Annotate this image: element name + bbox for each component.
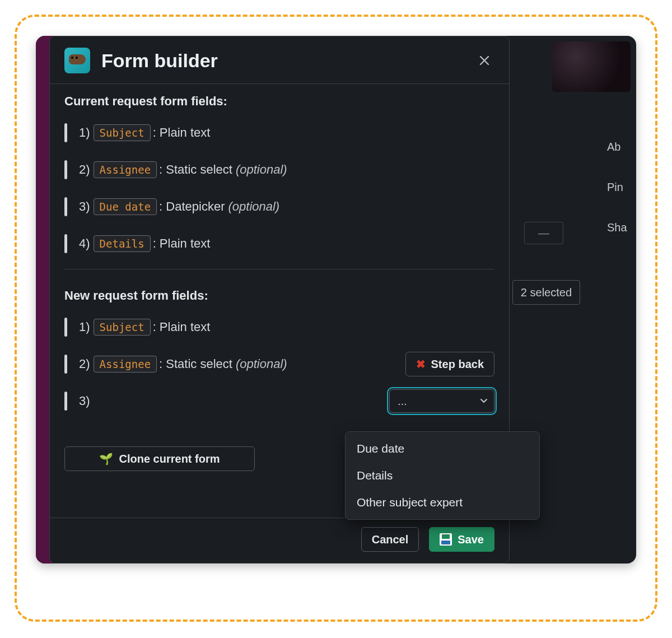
floppy-icon bbox=[440, 533, 452, 546]
field-index: 3) bbox=[79, 394, 90, 408]
field-optional: (optional) bbox=[236, 357, 287, 371]
new-fields-heading: New request form fields: bbox=[64, 288, 494, 303]
side-panel-about[interactable]: Ab bbox=[603, 141, 636, 152]
background-image-thumbnail bbox=[552, 41, 631, 92]
field-chip: Due date bbox=[94, 198, 157, 215]
field-chip: Details bbox=[94, 235, 151, 252]
dropdown-option[interactable]: Other subject expert bbox=[346, 489, 539, 516]
clone-form-label: Clone current form bbox=[119, 453, 220, 465]
side-panel-share[interactable]: Sha bbox=[603, 222, 636, 233]
field-type: : Plain text bbox=[153, 236, 211, 251]
field-type-dropdown: Due date Details Other subject expert bbox=[345, 431, 540, 520]
field-type: : Static select bbox=[159, 357, 232, 371]
new-field-row: 1) Subject : Plain text bbox=[64, 315, 494, 339]
chevron-down-icon bbox=[480, 395, 488, 408]
close-icon[interactable] bbox=[474, 50, 494, 71]
field-chip: Subject bbox=[94, 319, 151, 336]
field-type: : Static select bbox=[159, 162, 232, 177]
select-placeholder: ... bbox=[398, 395, 407, 408]
side-panel-pin[interactable]: Pin bbox=[603, 181, 636, 193]
field-index: 4) bbox=[79, 236, 90, 251]
field-index: 1) bbox=[79, 125, 90, 140]
field-chip: Assignee bbox=[94, 161, 157, 178]
field-optional: (optional) bbox=[236, 162, 287, 177]
app-icon bbox=[64, 48, 90, 73]
current-fields-heading: Current request form fields: bbox=[64, 94, 494, 109]
selection-count-pill[interactable]: 2 selected bbox=[512, 280, 580, 305]
current-field-row: 3) Due date : Datepicker (optional) bbox=[64, 195, 494, 218]
modal-title: Form builder bbox=[101, 50, 218, 72]
field-type: : Datepicker bbox=[159, 199, 225, 214]
dropdown-option[interactable]: Due date bbox=[346, 435, 539, 462]
step-back-button[interactable]: ✖ Step back bbox=[405, 352, 494, 376]
modal-header: Form builder bbox=[50, 36, 509, 84]
clone-form-button[interactable]: 🌱 Clone current form bbox=[64, 446, 255, 471]
field-index: 1) bbox=[79, 320, 90, 334]
step-back-label: Step back bbox=[431, 358, 484, 371]
save-button[interactable]: Save bbox=[429, 527, 494, 552]
modal-footer: Cancel Save bbox=[50, 518, 509, 563]
new-field-row: 2) Assignee : Static select (optional) ✖… bbox=[64, 352, 494, 376]
field-chip: Assignee bbox=[94, 356, 157, 372]
save-label: Save bbox=[458, 533, 484, 546]
field-chip: Subject bbox=[94, 124, 151, 141]
field-type: : Plain text bbox=[153, 320, 211, 334]
field-index: 2) bbox=[79, 357, 90, 371]
cancel-button[interactable]: Cancel bbox=[361, 527, 419, 552]
current-field-row: 1) Subject : Plain text bbox=[64, 121, 494, 145]
cancel-label: Cancel bbox=[372, 533, 409, 546]
field-type-select[interactable]: ... bbox=[389, 389, 494, 413]
dropdown-option[interactable]: Details bbox=[346, 462, 539, 489]
seedling-icon: 🌱 bbox=[99, 452, 113, 465]
field-type-select-wrap: ... bbox=[389, 389, 494, 413]
section-divider bbox=[64, 269, 494, 269]
new-field-row: 3) ... bbox=[64, 389, 494, 413]
field-index: 3) bbox=[79, 199, 90, 214]
field-type: : Plain text bbox=[153, 125, 211, 140]
field-index: 2) bbox=[79, 162, 90, 177]
side-dash-button[interactable]: — bbox=[524, 222, 563, 244]
current-field-row: 2) Assignee : Static select (optional) bbox=[64, 158, 494, 181]
current-field-row: 4) Details : Plain text bbox=[64, 232, 494, 255]
x-icon: ✖ bbox=[416, 358, 426, 370]
app-window: Ab Pin Sha — 2 selected Form builder Cur… bbox=[36, 36, 636, 564]
field-optional: (optional) bbox=[228, 199, 279, 214]
